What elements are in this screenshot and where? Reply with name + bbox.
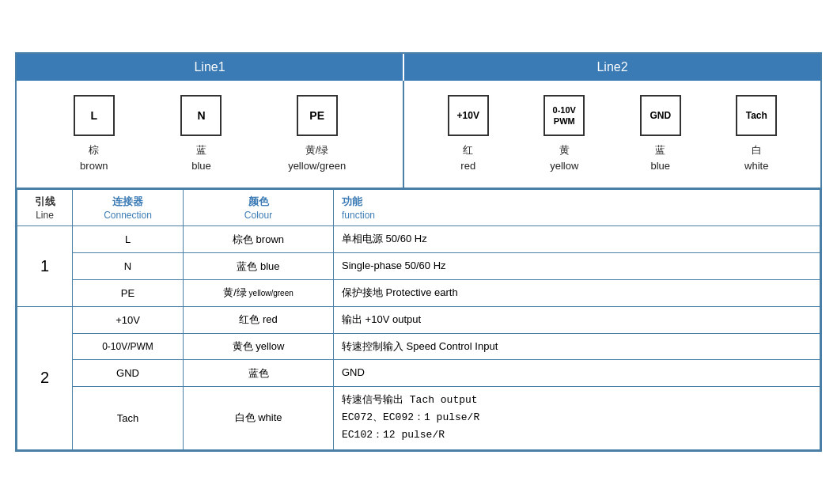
td-conn-PE: PE	[73, 280, 184, 307]
connector-box-GND: GND	[640, 95, 681, 136]
table-row: N 蓝色 blue Single-phase 50/60 Hz	[17, 253, 820, 280]
td-func-10v: 输出 +10V output	[334, 306, 820, 333]
th-colour-en: Colour	[244, 210, 272, 221]
main-container: Line1 Line2 L 棕brown N 蓝blue PE 黄/绿yello…	[15, 52, 822, 451]
connector-L: L 棕brown	[74, 95, 115, 173]
connector-label-N: 蓝blue	[191, 142, 211, 173]
th-conn-zh: 连接器	[112, 195, 143, 207]
th-line-en: Line	[36, 210, 54, 221]
connector-label-GND: 蓝blue	[650, 142, 670, 173]
td-colour-gnd: 蓝色	[184, 360, 334, 387]
connector-PE: PE 黄/绿yellow/green	[288, 95, 346, 173]
td-func-tach: 转速信号输出 Tach output EC072、EC092：1 pulse/R…	[334, 387, 820, 449]
td-conn-tach: Tach	[73, 387, 184, 449]
td-func-L: 单相电源 50/60 Hz	[334, 226, 820, 253]
th-conn-en: Connection	[104, 210, 152, 221]
td-colour-pwm: 黄色 yellow	[184, 333, 334, 360]
connector-label-pwm: 黄yellow	[550, 142, 578, 173]
connector-box-Tach: Tach	[736, 95, 777, 136]
td-func-gnd: GND	[334, 360, 820, 387]
td-func-N: Single-phase 50/60 Hz	[334, 253, 820, 280]
td-conn-pwm: 0-10V/PWM	[73, 333, 184, 360]
connector-pwm: 0-10VPWM 黄yellow	[543, 95, 585, 173]
td-conn-gnd: GND	[73, 360, 184, 387]
connector-box-L: L	[74, 95, 115, 136]
connector-label-10v: 红red	[460, 142, 475, 173]
connector-Tach: Tach 白white	[736, 95, 777, 173]
td-conn-L: L	[73, 226, 184, 253]
td-func-pwm: 转速控制输入 Speed Control Input	[334, 333, 820, 360]
th-func-en: function	[342, 210, 375, 221]
th-func-zh: 功能	[342, 195, 362, 207]
td-conn-N: N	[73, 253, 184, 280]
connector-N: N 蓝blue	[180, 95, 222, 173]
th-line: 引线 Line	[17, 190, 73, 226]
td-line-1: 1	[17, 226, 73, 306]
data-table: 引线 Line 连接器 Connection 颜色 Colour 功能 func…	[17, 189, 820, 449]
th-function: 功能 function	[334, 190, 820, 226]
connector-label-PE: 黄/绿yellow/green	[288, 142, 346, 173]
table-header-row: 引线 Line 连接器 Connection 颜色 Colour 功能 func…	[17, 190, 820, 226]
td-line-2: 2	[17, 306, 73, 449]
th-colour-zh: 颜色	[248, 195, 269, 207]
td-func-PE: 保护接地 Protective earth	[334, 280, 820, 307]
connector-label-Tach: 白white	[744, 142, 768, 173]
header-line1: Line1	[17, 54, 404, 81]
td-colour-L: 棕色 brown	[184, 226, 334, 253]
td-colour-10v: 红色 red	[184, 306, 334, 333]
connector-box-PE: PE	[297, 95, 338, 136]
table-row: 0-10V/PWM 黄色 yellow 转速控制输入 Speed Control…	[17, 333, 820, 360]
th-connection: 连接器 Connection	[73, 190, 184, 226]
connector-box-pwm: 0-10VPWM	[543, 95, 585, 136]
connector-box-10v: +10V	[448, 95, 489, 136]
connector-GND: GND 蓝blue	[640, 95, 681, 173]
diagram-line2: +10V 红red 0-10VPWM 黄yellow GND 蓝blue Tac…	[404, 81, 820, 188]
td-colour-PE: 黄/绿 yellow/green	[184, 280, 334, 307]
header-row: Line1 Line2	[17, 54, 820, 81]
table-row: Tach 白色 white 转速信号输出 Tach output EC072、E…	[17, 387, 820, 449]
table-row: 2 +10V 红色 red 输出 +10V output	[17, 306, 820, 333]
diagram-row: L 棕brown N 蓝blue PE 黄/绿yellow/green +10V…	[17, 81, 820, 189]
header-line2: Line2	[404, 54, 820, 81]
diagram-line1: L 棕brown N 蓝blue PE 黄/绿yellow/green	[17, 81, 404, 188]
td-colour-tach: 白色 white	[184, 387, 334, 449]
connector-label-L: 棕brown	[80, 142, 108, 173]
td-conn-10v: +10V	[73, 306, 184, 333]
th-colour: 颜色 Colour	[184, 190, 334, 226]
table-row: GND 蓝色 GND	[17, 360, 820, 387]
table-row: PE 黄/绿 yellow/green 保护接地 Protective eart…	[17, 280, 820, 307]
connector-box-N: N	[180, 95, 222, 136]
td-colour-N: 蓝色 blue	[184, 253, 334, 280]
table-row: 1 L 棕色 brown 单相电源 50/60 Hz	[17, 226, 820, 253]
connector-10v: +10V 红red	[448, 95, 489, 173]
th-line-zh: 引线	[35, 195, 55, 207]
